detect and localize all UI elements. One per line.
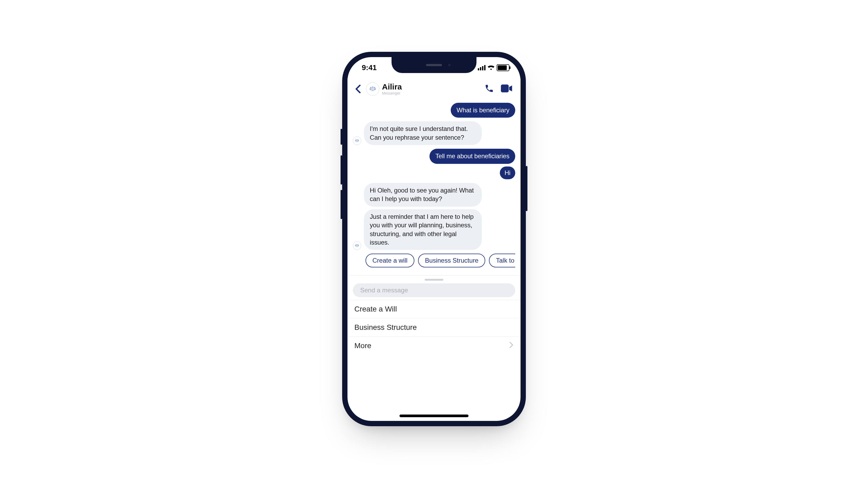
- scales-icon: [369, 86, 376, 92]
- notch: [392, 57, 476, 73]
- menu-item-business-structure[interactable]: Business Structure: [347, 319, 521, 337]
- quick-reply-create-will[interactable]: Create a will: [366, 253, 414, 267]
- video-icon: [501, 85, 513, 92]
- chat-header: Ailira Messenger: [347, 78, 521, 99]
- menu-item-label: More: [354, 341, 371, 350]
- menu-item-create-will[interactable]: Create a Will: [347, 300, 521, 319]
- video-call-button[interactable]: [501, 85, 513, 93]
- quick-replies[interactable]: Create a will Business Structure Talk to: [353, 253, 515, 267]
- bot-avatar: [353, 137, 361, 145]
- status-time: 9:41: [362, 63, 377, 72]
- side-button: [341, 190, 342, 219]
- phone-icon: [485, 84, 494, 93]
- quick-reply-business-structure[interactable]: Business Structure: [418, 253, 485, 267]
- divider: [347, 275, 521, 276]
- screen: 9:41: [347, 57, 521, 421]
- bot-avatar: [353, 241, 361, 250]
- back-button[interactable]: [353, 84, 363, 94]
- home-indicator: [400, 415, 468, 417]
- quick-reply-talk-to[interactable]: Talk to: [489, 253, 515, 267]
- call-button[interactable]: [485, 84, 494, 94]
- menu-item-label: Create a Will: [354, 305, 397, 313]
- side-button: [341, 129, 342, 145]
- side-button: [526, 166, 527, 211]
- side-button: [341, 155, 342, 185]
- avatar[interactable]: [366, 82, 379, 96]
- message-incoming[interactable]: I'm not quite sure I understand that. Ca…: [364, 121, 482, 145]
- wifi-icon: [488, 63, 495, 72]
- phone-frame: 9:41: [342, 52, 526, 426]
- chat-title: Ailira: [382, 83, 402, 91]
- chat-body: What is beneficiary I'm not quite sure I…: [347, 99, 521, 421]
- chevron-left-icon: [355, 85, 361, 93]
- svg-rect-0: [501, 85, 508, 92]
- message-input[interactable]: [360, 286, 508, 294]
- message-outgoing[interactable]: Tell me about beneficiaries: [430, 149, 515, 163]
- message-incoming[interactable]: Just a reminder that I am here to help y…: [364, 209, 482, 250]
- drag-handle[interactable]: [425, 279, 443, 281]
- message-outgoing[interactable]: What is beneficiary: [451, 103, 515, 118]
- message-incoming[interactable]: Hi Oleh, good to see you again! What can…: [364, 183, 482, 207]
- menu: Create a Will Business Structure More: [347, 300, 521, 355]
- cellular-icon: [478, 65, 486, 70]
- menu-item-more[interactable]: More: [347, 337, 521, 355]
- composer[interactable]: [353, 283, 515, 297]
- menu-item-label: Business Structure: [354, 323, 417, 332]
- battery-icon: [497, 64, 509, 71]
- messages[interactable]: What is beneficiary I'm not quite sure I…: [347, 99, 521, 267]
- chat-subtitle: Messenger: [382, 91, 402, 95]
- chevron-right-icon: [509, 341, 514, 350]
- message-outgoing[interactable]: Hi: [500, 167, 515, 179]
